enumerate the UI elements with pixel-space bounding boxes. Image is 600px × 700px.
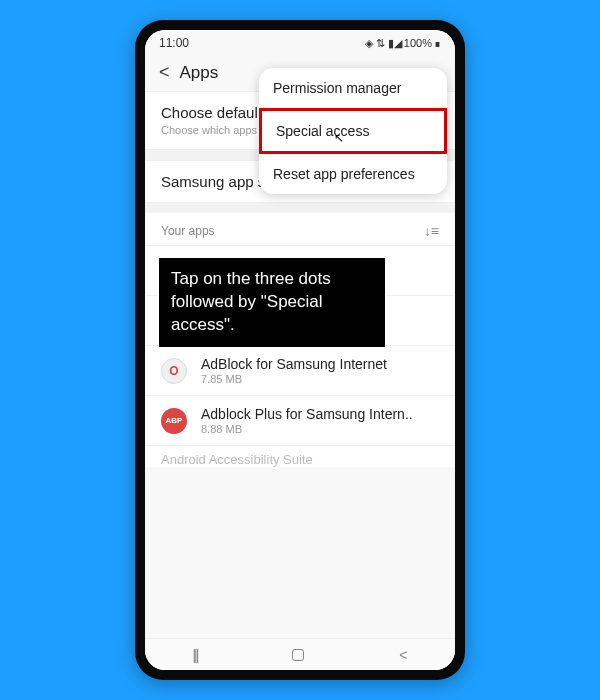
instruction-overlay: Tap on the three dots followed by "Speci… [159, 258, 385, 347]
overflow-menu: Permission manager Special access ↖ Rese… [259, 68, 447, 194]
section-gap [145, 203, 455, 213]
status-icons: ◈ ⇅ ▮◢ 100% ∎ [365, 37, 441, 50]
nav-home-icon[interactable] [292, 649, 304, 661]
app-name: AdBlock for Samsung Internet [201, 356, 387, 372]
app-icon: ABP [161, 408, 187, 434]
phone-frame: 11:00 ◈ ⇅ ▮◢ 100% ∎ < Apps Choose defaul… [135, 20, 465, 680]
nav-back-icon[interactable]: < [399, 647, 407, 663]
status-bar: 11:00 ◈ ⇅ ▮◢ 100% ∎ [145, 30, 455, 54]
phone-screen: 11:00 ◈ ⇅ ▮◢ 100% ∎ < Apps Choose defaul… [145, 30, 455, 670]
app-row-adblock[interactable]: O AdBlock for Samsung Internet 7.85 MB [145, 345, 455, 395]
menu-special-access[interactable]: Special access ↖ [259, 108, 447, 154]
app-name: Adblock Plus for Samsung Intern.. [201, 406, 413, 422]
back-icon[interactable]: < [159, 62, 170, 83]
sort-icon[interactable]: ↓≡ [424, 223, 439, 239]
app-size: 8.88 MB [201, 423, 413, 435]
menu-permission-manager[interactable]: Permission manager [259, 68, 447, 108]
app-size: 7.85 MB [201, 373, 387, 385]
your-apps-header: Your apps ↓≡ [145, 213, 455, 245]
android-navbar: ||| < [145, 638, 455, 670]
battery-icon: ∎ [434, 37, 441, 50]
cursor-icon: ↖ [334, 131, 344, 145]
app-row-adblock-plus[interactable]: ABP Adblock Plus for Samsung Intern.. 8.… [145, 395, 455, 445]
your-apps-label: Your apps [161, 224, 215, 238]
nav-recent-icon[interactable]: ||| [192, 647, 197, 663]
menu-reset-preferences[interactable]: Reset app preferences [259, 154, 447, 194]
app-row-truncated[interactable]: Android Accessibility Suite [145, 445, 455, 467]
page-title: Apps [180, 63, 219, 83]
screen-content: 11:00 ◈ ⇅ ▮◢ 100% ∎ < Apps Choose defaul… [145, 30, 455, 638]
status-time: 11:00 [159, 36, 189, 50]
app-icon: O [161, 358, 187, 384]
